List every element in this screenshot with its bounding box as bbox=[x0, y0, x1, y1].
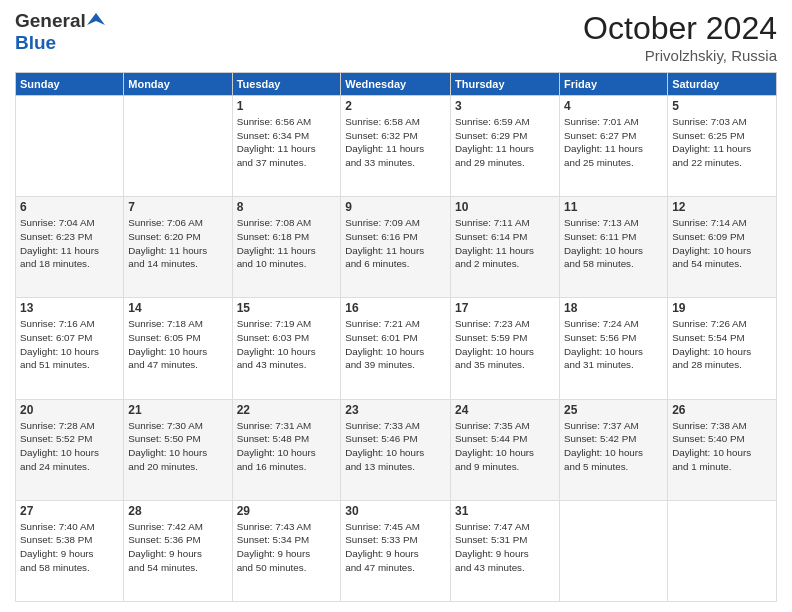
cell-info: Sunrise: 7:09 AM Sunset: 6:16 PM Dayligh… bbox=[345, 216, 446, 271]
page: General Blue October 2024 Privolzhskiy, … bbox=[0, 0, 792, 612]
cell-2-1: 14Sunrise: 7:18 AM Sunset: 6:05 PM Dayli… bbox=[124, 298, 232, 399]
day-number: 13 bbox=[20, 301, 119, 315]
col-friday: Friday bbox=[560, 73, 668, 96]
cell-info: Sunrise: 6:58 AM Sunset: 6:32 PM Dayligh… bbox=[345, 115, 446, 170]
day-number: 28 bbox=[128, 504, 227, 518]
cell-info: Sunrise: 7:04 AM Sunset: 6:23 PM Dayligh… bbox=[20, 216, 119, 271]
logo: General Blue bbox=[15, 10, 105, 54]
header: General Blue October 2024 Privolzhskiy, … bbox=[15, 10, 777, 64]
cell-info: Sunrise: 7:31 AM Sunset: 5:48 PM Dayligh… bbox=[237, 419, 337, 474]
day-number: 8 bbox=[237, 200, 337, 214]
cell-info: Sunrise: 7:18 AM Sunset: 6:05 PM Dayligh… bbox=[128, 317, 227, 372]
day-number: 25 bbox=[564, 403, 663, 417]
logo-general: General bbox=[15, 10, 86, 32]
cell-info: Sunrise: 7:42 AM Sunset: 5:36 PM Dayligh… bbox=[128, 520, 227, 575]
cell-info: Sunrise: 7:16 AM Sunset: 6:07 PM Dayligh… bbox=[20, 317, 119, 372]
day-number: 17 bbox=[455, 301, 555, 315]
cell-info: Sunrise: 7:30 AM Sunset: 5:50 PM Dayligh… bbox=[128, 419, 227, 474]
day-number: 4 bbox=[564, 99, 663, 113]
cell-2-0: 13Sunrise: 7:16 AM Sunset: 6:07 PM Dayli… bbox=[16, 298, 124, 399]
cell-1-2: 8Sunrise: 7:08 AM Sunset: 6:18 PM Daylig… bbox=[232, 197, 341, 298]
day-number: 29 bbox=[237, 504, 337, 518]
cell-info: Sunrise: 7:35 AM Sunset: 5:44 PM Dayligh… bbox=[455, 419, 555, 474]
cell-info: Sunrise: 7:40 AM Sunset: 5:38 PM Dayligh… bbox=[20, 520, 119, 575]
calendar-title: October 2024 bbox=[583, 10, 777, 47]
day-number: 26 bbox=[672, 403, 772, 417]
day-number: 10 bbox=[455, 200, 555, 214]
cell-info: Sunrise: 7:45 AM Sunset: 5:33 PM Dayligh… bbox=[345, 520, 446, 575]
cell-1-0: 6Sunrise: 7:04 AM Sunset: 6:23 PM Daylig… bbox=[16, 197, 124, 298]
day-number: 30 bbox=[345, 504, 446, 518]
cell-4-6 bbox=[668, 500, 777, 601]
cell-info: Sunrise: 7:38 AM Sunset: 5:40 PM Dayligh… bbox=[672, 419, 772, 474]
week-row-2: 6Sunrise: 7:04 AM Sunset: 6:23 PM Daylig… bbox=[16, 197, 777, 298]
cell-2-5: 18Sunrise: 7:24 AM Sunset: 5:56 PM Dayli… bbox=[560, 298, 668, 399]
day-number: 7 bbox=[128, 200, 227, 214]
day-number: 2 bbox=[345, 99, 446, 113]
cell-info: Sunrise: 7:19 AM Sunset: 6:03 PM Dayligh… bbox=[237, 317, 337, 372]
svg-marker-0 bbox=[87, 13, 105, 25]
cell-info: Sunrise: 7:08 AM Sunset: 6:18 PM Dayligh… bbox=[237, 216, 337, 271]
day-number: 21 bbox=[128, 403, 227, 417]
cell-info: Sunrise: 7:11 AM Sunset: 6:14 PM Dayligh… bbox=[455, 216, 555, 271]
cell-4-1: 28Sunrise: 7:42 AM Sunset: 5:36 PM Dayli… bbox=[124, 500, 232, 601]
cell-info: Sunrise: 7:43 AM Sunset: 5:34 PM Dayligh… bbox=[237, 520, 337, 575]
cell-info: Sunrise: 7:24 AM Sunset: 5:56 PM Dayligh… bbox=[564, 317, 663, 372]
cell-info: Sunrise: 7:21 AM Sunset: 6:01 PM Dayligh… bbox=[345, 317, 446, 372]
week-row-3: 13Sunrise: 7:16 AM Sunset: 6:07 PM Dayli… bbox=[16, 298, 777, 399]
calendar-location: Privolzhskiy, Russia bbox=[583, 47, 777, 64]
day-number: 5 bbox=[672, 99, 772, 113]
day-number: 1 bbox=[237, 99, 337, 113]
day-number: 6 bbox=[20, 200, 119, 214]
cell-info: Sunrise: 7:01 AM Sunset: 6:27 PM Dayligh… bbox=[564, 115, 663, 170]
day-number: 15 bbox=[237, 301, 337, 315]
cell-0-6: 5Sunrise: 7:03 AM Sunset: 6:25 PM Daylig… bbox=[668, 96, 777, 197]
cell-info: Sunrise: 7:13 AM Sunset: 6:11 PM Dayligh… bbox=[564, 216, 663, 271]
day-number: 22 bbox=[237, 403, 337, 417]
cell-2-3: 16Sunrise: 7:21 AM Sunset: 6:01 PM Dayli… bbox=[341, 298, 451, 399]
day-number: 24 bbox=[455, 403, 555, 417]
cell-0-4: 3Sunrise: 6:59 AM Sunset: 6:29 PM Daylig… bbox=[451, 96, 560, 197]
title-block: October 2024 Privolzhskiy, Russia bbox=[583, 10, 777, 64]
cell-1-4: 10Sunrise: 7:11 AM Sunset: 6:14 PM Dayli… bbox=[451, 197, 560, 298]
cell-0-1 bbox=[124, 96, 232, 197]
cell-0-0 bbox=[16, 96, 124, 197]
col-tuesday: Tuesday bbox=[232, 73, 341, 96]
cell-info: Sunrise: 7:28 AM Sunset: 5:52 PM Dayligh… bbox=[20, 419, 119, 474]
cell-info: Sunrise: 7:47 AM Sunset: 5:31 PM Dayligh… bbox=[455, 520, 555, 575]
cell-1-5: 11Sunrise: 7:13 AM Sunset: 6:11 PM Dayli… bbox=[560, 197, 668, 298]
cell-4-5 bbox=[560, 500, 668, 601]
calendar-header-row: Sunday Monday Tuesday Wednesday Thursday… bbox=[16, 73, 777, 96]
cell-3-1: 21Sunrise: 7:30 AM Sunset: 5:50 PM Dayli… bbox=[124, 399, 232, 500]
col-sunday: Sunday bbox=[16, 73, 124, 96]
cell-3-5: 25Sunrise: 7:37 AM Sunset: 5:42 PM Dayli… bbox=[560, 399, 668, 500]
day-number: 3 bbox=[455, 99, 555, 113]
cell-0-2: 1Sunrise: 6:56 AM Sunset: 6:34 PM Daylig… bbox=[232, 96, 341, 197]
cell-info: Sunrise: 7:37 AM Sunset: 5:42 PM Dayligh… bbox=[564, 419, 663, 474]
cell-1-1: 7Sunrise: 7:06 AM Sunset: 6:20 PM Daylig… bbox=[124, 197, 232, 298]
cell-2-6: 19Sunrise: 7:26 AM Sunset: 5:54 PM Dayli… bbox=[668, 298, 777, 399]
day-number: 20 bbox=[20, 403, 119, 417]
day-number: 31 bbox=[455, 504, 555, 518]
cell-2-4: 17Sunrise: 7:23 AM Sunset: 5:59 PM Dayli… bbox=[451, 298, 560, 399]
cell-4-2: 29Sunrise: 7:43 AM Sunset: 5:34 PM Dayli… bbox=[232, 500, 341, 601]
cell-4-3: 30Sunrise: 7:45 AM Sunset: 5:33 PM Dayli… bbox=[341, 500, 451, 601]
logo-bird-icon bbox=[87, 11, 105, 29]
logo-blue: Blue bbox=[15, 32, 56, 53]
col-saturday: Saturday bbox=[668, 73, 777, 96]
cell-info: Sunrise: 7:23 AM Sunset: 5:59 PM Dayligh… bbox=[455, 317, 555, 372]
day-number: 18 bbox=[564, 301, 663, 315]
cell-info: Sunrise: 7:14 AM Sunset: 6:09 PM Dayligh… bbox=[672, 216, 772, 271]
cell-info: Sunrise: 7:33 AM Sunset: 5:46 PM Dayligh… bbox=[345, 419, 446, 474]
day-number: 23 bbox=[345, 403, 446, 417]
cell-2-2: 15Sunrise: 7:19 AM Sunset: 6:03 PM Dayli… bbox=[232, 298, 341, 399]
cell-0-5: 4Sunrise: 7:01 AM Sunset: 6:27 PM Daylig… bbox=[560, 96, 668, 197]
cell-3-0: 20Sunrise: 7:28 AM Sunset: 5:52 PM Dayli… bbox=[16, 399, 124, 500]
week-row-4: 20Sunrise: 7:28 AM Sunset: 5:52 PM Dayli… bbox=[16, 399, 777, 500]
cell-3-4: 24Sunrise: 7:35 AM Sunset: 5:44 PM Dayli… bbox=[451, 399, 560, 500]
week-row-1: 1Sunrise: 6:56 AM Sunset: 6:34 PM Daylig… bbox=[16, 96, 777, 197]
col-thursday: Thursday bbox=[451, 73, 560, 96]
cell-info: Sunrise: 7:26 AM Sunset: 5:54 PM Dayligh… bbox=[672, 317, 772, 372]
day-number: 12 bbox=[672, 200, 772, 214]
cell-4-4: 31Sunrise: 7:47 AM Sunset: 5:31 PM Dayli… bbox=[451, 500, 560, 601]
